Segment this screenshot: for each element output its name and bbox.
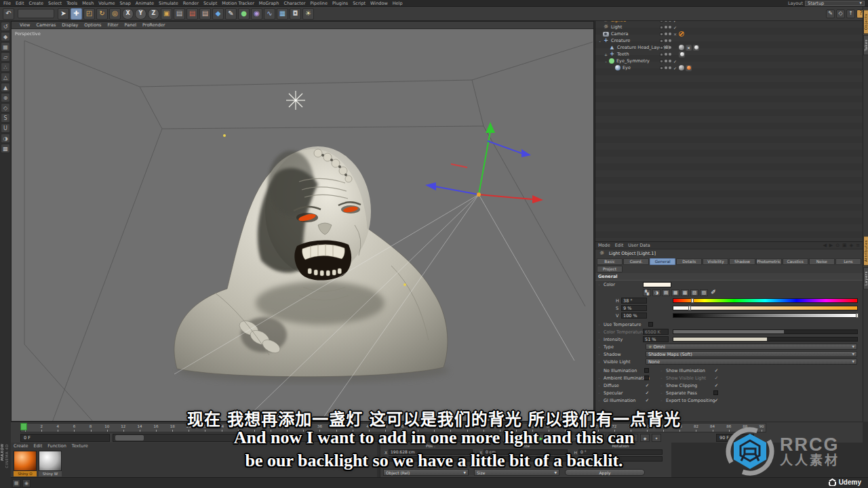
picture-icon[interactable]: ▦ bbox=[671, 289, 679, 296]
no-entry-tag-icon[interactable] bbox=[679, 31, 684, 37]
undo-history-box[interactable] bbox=[18, 9, 54, 18]
spline-button[interactable]: ∿ bbox=[264, 8, 275, 20]
tab-basic[interactable]: Basic bbox=[597, 258, 623, 265]
hue-field[interactable]: 38 ° bbox=[621, 298, 647, 304]
checkbox-no-illumination[interactable] bbox=[644, 368, 649, 373]
saturation-field[interactable]: 9 % bbox=[621, 305, 647, 311]
texture-orange-tag-icon[interactable] bbox=[686, 65, 692, 71]
up-arrow-icon[interactable]: ↑ bbox=[846, 9, 855, 18]
compare-icon[interactable]: ▚ bbox=[643, 289, 651, 296]
texture-white-tag-icon[interactable] bbox=[679, 52, 685, 58]
tree-item-teeth[interactable]: +Teeth bbox=[595, 51, 863, 58]
spectrum-icon[interactable]: ▤ bbox=[662, 289, 670, 296]
rotate-tool[interactable]: ↻ bbox=[96, 8, 108, 20]
gradient-icon[interactable]: ▧ bbox=[700, 289, 708, 296]
menu-mograph[interactable]: MoGraph bbox=[259, 1, 279, 6]
back-arrow-icon[interactable]: ◀ bbox=[823, 243, 826, 248]
tree-item-eye-symmetry[interactable]: -Eye_Symmetry✓ bbox=[595, 58, 863, 64]
color-wheel-icon[interactable]: ◑ bbox=[652, 289, 660, 296]
viewport[interactable]: ViewCamerasDisplayOptionsFilterPanelProR… bbox=[11, 21, 594, 422]
eyedropper-icon[interactable]: ✐ bbox=[709, 289, 717, 296]
check-mark-icon[interactable]: ✓ bbox=[673, 66, 677, 70]
value-slider[interactable] bbox=[673, 313, 858, 318]
attribute-menu-mode[interactable]: Mode bbox=[598, 243, 610, 248]
checkbox-show-illumination[interactable]: ✓ bbox=[713, 368, 719, 373]
lock-icon[interactable]: ▣ bbox=[842, 243, 847, 248]
add-cube-button[interactable]: ◆ bbox=[212, 8, 224, 20]
expander-icon[interactable]: + bbox=[604, 52, 608, 57]
editor-visibility-dot[interactable] bbox=[665, 33, 667, 35]
checkbox-export-to-compositing[interactable]: ✓ bbox=[713, 398, 719, 403]
mirror-icon[interactable]: ◑ bbox=[1, 134, 10, 143]
menu-volume[interactable]: Volume bbox=[98, 1, 115, 6]
menu-select[interactable]: Select bbox=[48, 1, 62, 6]
tab-details[interactable]: Details bbox=[676, 258, 702, 265]
editor-visibility-dot[interactable] bbox=[665, 26, 667, 28]
weights-tag-icon[interactable] bbox=[686, 45, 692, 51]
tree-item-eye[interactable]: Eye✓ bbox=[595, 64, 863, 71]
editor-visibility-dot[interactable] bbox=[665, 66, 667, 69]
menu-simulate[interactable]: Simulate bbox=[159, 1, 178, 6]
render-view-button[interactable]: ▤ bbox=[174, 8, 185, 20]
hue-slider[interactable] bbox=[673, 298, 858, 303]
creature-model[interactable] bbox=[174, 146, 449, 383]
bend-deformer-button[interactable]: ◉ bbox=[251, 8, 262, 20]
menu-create[interactable]: Create bbox=[28, 1, 43, 6]
subdivision-surface-button[interactable]: ● bbox=[238, 8, 250, 20]
viewport-canvas[interactable] bbox=[12, 22, 594, 422]
use-temperature-checkbox[interactable] bbox=[648, 322, 653, 327]
layer-toggle-icon[interactable] bbox=[660, 39, 663, 43]
tab-caustics[interactable]: Caustics bbox=[783, 258, 808, 265]
menu-animate[interactable]: Animate bbox=[136, 1, 154, 6]
phong-tag-icon[interactable] bbox=[679, 65, 684, 70]
menu-render[interactable]: Render bbox=[183, 1, 199, 6]
polygons-mode-icon[interactable]: ▲ bbox=[1, 83, 10, 92]
undo-history-icon[interactable]: ↺ bbox=[1, 22, 10, 31]
viewport-menu-view[interactable]: View bbox=[20, 22, 30, 28]
axis-y-toggle[interactable]: Y bbox=[135, 8, 146, 20]
tree-item-camera[interactable]: Camera✕ bbox=[595, 30, 863, 37]
color-swatch[interactable] bbox=[643, 282, 671, 288]
texture-mode-icon[interactable]: ▦ bbox=[1, 42, 10, 52]
tree-item-creature[interactable]: -Creature bbox=[595, 37, 863, 44]
menu-tools[interactable]: Tools bbox=[66, 1, 77, 6]
checkbox-specular[interactable]: ✓ bbox=[644, 390, 650, 396]
check-mark-icon[interactable]: ✓ bbox=[673, 59, 677, 64]
undo-icon[interactable]: ↶ bbox=[3, 8, 14, 20]
target-icon[interactable]: ◉ bbox=[22, 479, 31, 487]
checkbox-show-clipping[interactable]: ✓ bbox=[713, 383, 719, 388]
move-tool[interactable]: ✚ bbox=[71, 8, 82, 20]
menu-character[interactable]: Character bbox=[283, 1, 305, 6]
axis-workplane-icon[interactable]: ◇ bbox=[1, 103, 10, 113]
viewport-menu-panel[interactable]: Panel bbox=[125, 22, 137, 28]
viewport-menu-options[interactable]: Options bbox=[84, 22, 101, 28]
coordinate-system-toggle[interactable]: ▣ bbox=[161, 8, 172, 20]
tab-noise[interactable]: Noise bbox=[809, 258, 835, 265]
checkbox-separate-pass[interactable] bbox=[713, 390, 718, 395]
render-visibility-dot[interactable] bbox=[669, 33, 671, 35]
render-visibility-dot[interactable] bbox=[669, 39, 671, 42]
workplane-mode-icon[interactable]: ▱ bbox=[1, 52, 10, 62]
menu-mesh[interactable]: Mesh bbox=[82, 1, 94, 6]
enable-axis-icon[interactable]: ⊕ bbox=[1, 93, 10, 102]
layer-toggle-icon[interactable] bbox=[660, 26, 663, 29]
snap-icon[interactable]: U bbox=[1, 123, 10, 133]
forward-arrow-icon[interactable]: ▶ bbox=[829, 243, 833, 248]
expander-icon[interactable]: - bbox=[604, 59, 608, 64]
swatches-icon[interactable]: ▩ bbox=[681, 289, 689, 296]
viewport-menu-filter[interactable]: Filter bbox=[107, 22, 118, 28]
pen-icon[interactable]: ✎ bbox=[826, 9, 835, 18]
editor-visibility-dot[interactable] bbox=[665, 39, 667, 42]
visible-light-dropdown[interactable]: None▼ bbox=[646, 359, 857, 365]
checkbox-gi-illumination[interactable]: ✓ bbox=[644, 398, 650, 403]
points-mode-icon[interactable]: ∴ bbox=[1, 62, 10, 72]
expander-icon[interactable]: - bbox=[597, 39, 602, 43]
light-null-icon[interactable] bbox=[286, 91, 305, 110]
search-icon[interactable]: ⊙ bbox=[835, 243, 840, 248]
layer-toggle-icon[interactable] bbox=[660, 53, 663, 56]
mograph-button[interactable]: ▦ bbox=[277, 8, 288, 20]
checkbox-diffuse[interactable]: ✓ bbox=[644, 383, 650, 388]
tab-shadow[interactable]: Shadow bbox=[729, 258, 755, 265]
value-field[interactable]: 100 % bbox=[621, 312, 647, 319]
tab-visibility[interactable]: Visibility bbox=[703, 258, 728, 265]
